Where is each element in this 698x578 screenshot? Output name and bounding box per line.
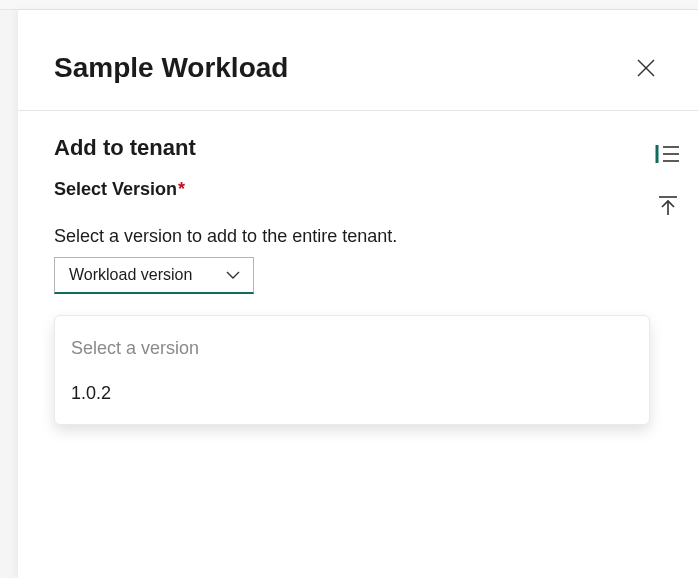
panel-content: Add to tenant Select Version* Select a v… (18, 111, 698, 294)
chevron-down-icon (225, 267, 241, 283)
field-label-text: Select Version (54, 179, 177, 199)
side-panel: Sample Workload Add to tenant (18, 10, 698, 578)
required-indicator: * (178, 179, 185, 199)
version-listbox: Select a version 1.0.2 (54, 315, 650, 425)
app-topbar (0, 0, 698, 10)
panel-header: Sample Workload (18, 10, 698, 111)
panel-title: Sample Workload (54, 52, 288, 84)
dropdown-label: Workload version (69, 266, 192, 284)
listbox-option[interactable]: 1.0.2 (55, 375, 649, 412)
section-title: Add to tenant (54, 135, 662, 161)
version-dropdown[interactable]: Workload version (54, 257, 254, 294)
close-button[interactable] (628, 50, 664, 86)
close-icon (637, 59, 655, 77)
field-label: Select Version* (54, 179, 662, 200)
helper-text: Select a version to add to the entire te… (54, 226, 662, 247)
listbox-placeholder: Select a version (55, 330, 649, 375)
